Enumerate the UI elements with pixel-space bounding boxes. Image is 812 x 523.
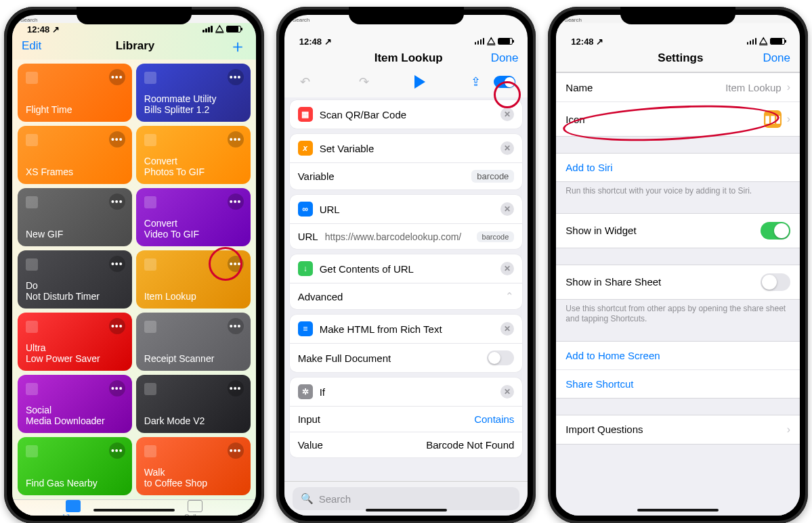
infinity-icon — [26, 321, 38, 333]
done-button[interactable]: Done — [763, 51, 790, 65]
row-widget[interactable]: Show in Widget — [556, 214, 800, 248]
home-indicator[interactable] — [637, 509, 719, 511]
target-icon — [26, 196, 38, 208]
tile-menu-button[interactable]: ••• — [228, 256, 244, 272]
shortcut-tile[interactable]: •••Roommate Utility Bills Splitter 1.2 — [136, 64, 251, 122]
remove-icon[interactable]: ✕ — [500, 262, 514, 275]
shortcut-tile[interactable]: •••Ultra Low Power Saver — [18, 313, 132, 371]
tile-menu-button[interactable]: ••• — [228, 131, 244, 147]
settings-body[interactable]: NameItem Lookup› Icon▮▮▮› Add to Siri Ru… — [556, 72, 800, 516]
sharesheet-toggle[interactable] — [761, 273, 790, 291]
shortcut-tile[interactable]: •••Flight Time — [18, 64, 132, 122]
nav-bar: Item Lookup Done — [284, 47, 528, 70]
tile-menu-button[interactable]: ••• — [109, 131, 125, 147]
wand-icon — [144, 383, 156, 395]
chevron-right-icon: › — [787, 81, 790, 93]
tab-gallery[interactable]: Gallery — [134, 500, 256, 516]
status-bar: 12:48 ↗ ⧋ — [556, 23, 800, 47]
row-home-screen[interactable]: Add to Home Screen — [556, 342, 800, 370]
remove-icon[interactable]: ✕ — [500, 141, 514, 155]
add-button[interactable]: ＋ — [229, 40, 247, 52]
shortcut-tile[interactable]: •••New GIF — [18, 188, 132, 246]
shortcut-tile[interactable]: •••Receipt Scanner — [136, 313, 251, 371]
remove-icon[interactable]: ✕ — [500, 202, 514, 216]
shortcut-tile[interactable]: •••Find Gas Nearby — [18, 437, 132, 495]
action-scan-barcode[interactable]: ▦Scan QR/Bar Code✕ — [290, 100, 523, 129]
action-get-url-contents[interactable]: ↓Get Contents of URL✕ Advanced⌃ — [290, 254, 523, 309]
remove-icon[interactable]: ✕ — [500, 385, 514, 399]
action-set-variable[interactable]: xSet Variable✕ Variablebarcode — [290, 134, 523, 189]
phone-icon — [26, 134, 38, 146]
tile-menu-button[interactable]: ••• — [109, 69, 125, 85]
tile-menu-button[interactable]: ••• — [228, 380, 244, 396]
condition-select[interactable]: Contains — [474, 413, 514, 425]
full-doc-toggle[interactable] — [487, 350, 514, 365]
tile-menu-button[interactable]: ••• — [109, 194, 125, 210]
barcode-icon: ▮▮▮ — [764, 110, 782, 128]
shortcut-tile[interactable]: •••Item Lookup — [136, 250, 251, 309]
tile-menu-button[interactable]: ••• — [228, 442, 244, 459]
if-value[interactable]: Barcode Not Found — [426, 439, 514, 451]
remove-icon[interactable]: ✕ — [500, 108, 514, 121]
shortcuts-grid[interactable]: •••Flight Time•••Roommate Utility Bills … — [12, 60, 256, 499]
actions-list[interactable]: ▦Scan QR/Bar Code✕ xSet Variable✕ Variab… — [284, 97, 528, 481]
shortcut-tile[interactable]: •••Do Not Disturb Timer — [18, 250, 132, 309]
settings-toggle[interactable] — [494, 76, 515, 88]
wifi-icon: ⧋ — [487, 35, 495, 47]
tile-menu-button[interactable]: ••• — [109, 256, 125, 272]
search-input[interactable]: 🔍Search — [293, 487, 520, 510]
done-button[interactable]: Done — [491, 51, 519, 65]
shortcut-tile[interactable]: •••Dark Mode V2 — [136, 375, 251, 433]
url-input[interactable]: https://www.barcodelookup.com/ — [325, 231, 477, 242]
variable-value[interactable]: barcode — [471, 170, 514, 183]
row-icon[interactable]: Icon▮▮▮› — [556, 102, 800, 136]
row-share-shortcut[interactable]: Share Shortcut — [556, 370, 800, 398]
widget-toggle[interactable] — [761, 222, 790, 240]
page-title: Settings — [658, 51, 703, 65]
shortcut-tile[interactable]: •••Convert Photos To GIF — [136, 126, 251, 184]
row-name[interactable]: NameItem Lookup› — [556, 73, 800, 102]
edit-button[interactable]: Edit — [22, 39, 41, 53]
url-token[interactable]: barcode — [477, 231, 515, 242]
status-indicators: ⧋ — [747, 35, 786, 47]
row-share-sheet[interactable]: Show in Share Sheet — [556, 265, 800, 299]
chevron-up-icon[interactable]: ⌃ — [505, 290, 514, 302]
row-import-questions[interactable]: Import Questions› — [556, 415, 800, 444]
status-indicators: ⧋ — [202, 23, 241, 35]
notch — [620, 7, 735, 24]
shortcut-tile[interactable]: •••Walk to Coffee Shop — [136, 437, 251, 495]
tile-menu-button[interactable]: ••• — [228, 318, 244, 334]
remove-icon[interactable]: ✕ — [500, 322, 514, 336]
action-make-html[interactable]: ≡Make HTML from Rich Text✕ Make Full Doc… — [290, 315, 523, 372]
moon-icon — [26, 258, 38, 271]
tile-label: Receipt Scanner — [144, 353, 242, 364]
tile-label: Roommate Utility Bills Splitter 1.2 — [144, 93, 242, 115]
tile-menu-button[interactable]: ••• — [228, 194, 244, 210]
home-indicator[interactable] — [366, 509, 447, 511]
variable-icon: x — [298, 141, 313, 156]
status-bar: 12:48 ↗ ⧋ — [12, 23, 256, 35]
tile-menu-button[interactable]: ••• — [228, 69, 244, 85]
home-indicator[interactable] — [93, 509, 175, 511]
wifi-icon: ⧋ — [759, 35, 767, 47]
action-if[interactable]: ✲If✕ InputContains ValueBarcode Not Foun… — [290, 378, 523, 457]
tile-menu-button[interactable]: ••• — [109, 380, 125, 396]
status-indicators: ⧋ — [475, 35, 513, 47]
row-add-siri[interactable]: Add to Siri — [556, 154, 800, 181]
tile-label: New GIF — [26, 229, 124, 240]
redo-button[interactable]: ↷ — [356, 73, 373, 91]
note-siri: Run this shortcut with your voice by add… — [556, 182, 800, 197]
grid-icon — [66, 500, 81, 512]
undo-button[interactable]: ↶ — [297, 73, 314, 91]
run-button[interactable] — [414, 75, 425, 89]
shortcut-tile[interactable]: •••Convert Video To GIF — [136, 188, 251, 246]
share-button[interactable]: ⇪ — [467, 73, 484, 91]
tile-menu-button[interactable]: ••• — [109, 318, 125, 334]
cellular-icon — [202, 26, 213, 32]
shortcut-tile[interactable]: •••Social Media Downloader — [18, 375, 132, 433]
battery-icon — [770, 38, 785, 45]
tab-library[interactable]: Library — [12, 500, 134, 516]
tile-menu-button[interactable]: ••• — [109, 442, 125, 459]
shortcut-tile[interactable]: •••XS Frames — [18, 126, 132, 184]
action-url[interactable]: ∞URL✕ URLhttps://www.barcodelookup.com/b… — [290, 195, 523, 249]
